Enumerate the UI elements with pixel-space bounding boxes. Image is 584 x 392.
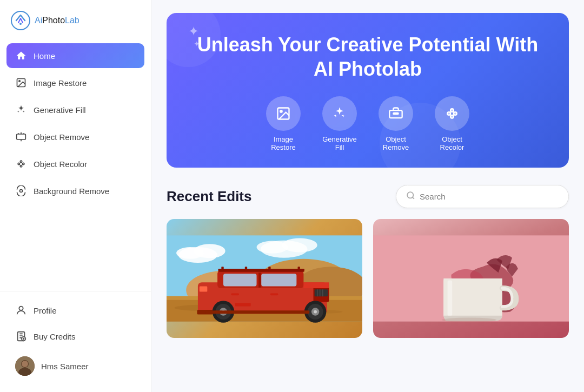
sidebar-item-image-restore-label: Image Restore [34, 78, 87, 88]
svg-rect-72 [448, 281, 453, 316]
svg-rect-19 [389, 110, 402, 118]
hero-banner: ✦ ✦ Unleash Your Creative Potential With… [167, 13, 569, 168]
svg-point-10 [19, 307, 23, 310]
svg-rect-63 [205, 310, 309, 314]
svg-point-29 [176, 247, 204, 259]
home-icon [15, 50, 27, 62]
sidebar-item-object-remove-label: Object Remove [34, 132, 89, 142]
svg-point-25 [407, 192, 413, 198]
svg-rect-43 [261, 274, 296, 286]
hero-icon-generative-fill[interactable]: GenerativeFill [322, 96, 357, 151]
svg-point-7 [23, 163, 24, 164]
hero-label-image-restore: ImageRestore [271, 135, 296, 151]
recent-edits-title: Recent Edits [167, 188, 252, 205]
svg-rect-53 [270, 294, 278, 296]
image-restore-icon [15, 77, 27, 89]
svg-rect-42 [223, 274, 257, 286]
hero-title: Unleash Your Creative Potential With AI … [188, 32, 547, 81]
svg-point-31 [282, 238, 317, 252]
profile-icon [15, 304, 27, 316]
object-recolor-icon [15, 158, 27, 170]
svg-point-22 [450, 109, 454, 112]
object-remove-icon [15, 131, 27, 143]
svg-rect-44 [258, 273, 261, 288]
user-name: Hms Sameer [41, 362, 89, 371]
hero-icon-object-remove[interactable]: ObjectRemove [379, 96, 413, 151]
hero-circle-object-remove [379, 96, 413, 131]
hero-label-object-recolor: ObjectRecolor [440, 135, 464, 151]
image-card-cup[interactable] [373, 219, 569, 338]
svg-point-21 [447, 112, 450, 115]
hero-icon-object-recolor[interactable]: ObjectRecolor [435, 96, 469, 151]
svg-rect-64 [218, 269, 304, 272]
background-remove-icon [15, 185, 27, 197]
sidebar-item-object-recolor[interactable]: Object Recolor [6, 151, 144, 176]
svg-point-23 [454, 112, 457, 115]
main-content: ✦ ✦ Unleash Your Creative Potential With… [151, 0, 584, 392]
car-image [167, 219, 362, 338]
search-input[interactable] [420, 192, 559, 201]
hero-icon-image-restore[interactable]: ImageRestore [266, 96, 301, 151]
sidebar-item-background-remove[interactable]: Background Remove [6, 178, 144, 203]
profile-label: Profile [34, 306, 57, 315]
logo-photo: Photo [42, 16, 65, 25]
sparkle-icon: ✦ [188, 24, 199, 38]
sidebar: AiPhotoLab Home Image Restore Generative… [0, 0, 151, 392]
svg-point-6 [20, 161, 22, 162]
svg-rect-46 [315, 289, 328, 296]
svg-point-16 [22, 361, 28, 367]
svg-point-0 [11, 11, 30, 30]
recent-edits-header: Recent Edits [167, 185, 569, 208]
hero-circle-object-recolor [435, 96, 469, 131]
generative-fill-icon [15, 104, 27, 116]
logo-text: AiPhotoLab [35, 16, 79, 25]
sidebar-item-generative-fill-label: Generative Fill [34, 105, 86, 115]
svg-point-24 [450, 115, 454, 118]
profile-item[interactable]: Profile [6, 298, 144, 323]
sidebar-item-object-recolor-label: Object Recolor [34, 160, 87, 169]
hero-label-generative-fill: GenerativeFill [322, 135, 357, 151]
svg-point-32 [257, 241, 288, 253]
svg-point-9 [20, 190, 23, 192]
user-profile-item[interactable]: Hms Sameer [6, 350, 144, 382]
buy-credits-icon [15, 330, 27, 342]
sidebar-item-background-remove-label: Background Remove [34, 187, 109, 196]
search-bar[interactable] [396, 185, 569, 208]
svg-rect-20 [393, 113, 398, 114]
svg-rect-68 [298, 267, 300, 271]
logo-ai: Ai [35, 16, 42, 25]
image-grid [167, 219, 569, 338]
image-card-car[interactable] [167, 219, 362, 338]
hero-circle-image-restore [266, 96, 301, 131]
svg-rect-65 [221, 267, 223, 271]
svg-rect-67 [268, 267, 270, 271]
svg-rect-52 [231, 294, 238, 296]
svg-point-18 [280, 110, 282, 112]
svg-rect-4 [17, 134, 26, 139]
sidebar-item-image-restore[interactable]: Image Restore [6, 70, 144, 95]
hero-icons: ImageRestore GenerativeFill ObjectRemove… [188, 96, 547, 151]
logo-icon [11, 11, 30, 30]
svg-point-58 [314, 310, 317, 314]
logo-lab: Lab [65, 16, 79, 25]
buy-credits-item[interactable]: Buy Credits [6, 324, 144, 349]
sidebar-bottom: Profile Buy Credits Hms Sameer [0, 291, 151, 392]
sparkle-small-icon: ✦ [194, 39, 200, 48]
sidebar-nav: Home Image Restore Generative Fill Objec… [0, 39, 151, 291]
app-logo: AiPhotoLab [0, 0, 151, 39]
avatar [15, 356, 35, 376]
sidebar-item-home[interactable]: Home [6, 43, 144, 68]
sidebar-item-object-remove[interactable]: Object Remove [6, 124, 144, 149]
svg-point-5 [18, 163, 19, 164]
svg-point-8 [20, 165, 22, 167]
svg-rect-66 [245, 267, 247, 271]
svg-point-1 [19, 23, 22, 25]
svg-point-3 [19, 81, 21, 82]
sidebar-item-home-label: Home [34, 51, 55, 61]
hero-circle-generative-fill [322, 96, 357, 131]
buy-credits-label: Buy Credits [34, 332, 76, 341]
svg-rect-69 [235, 303, 251, 307]
sidebar-item-generative-fill[interactable]: Generative Fill [6, 97, 144, 122]
hero-label-object-remove: ObjectRemove [383, 135, 409, 151]
svg-rect-51 [200, 286, 207, 291]
